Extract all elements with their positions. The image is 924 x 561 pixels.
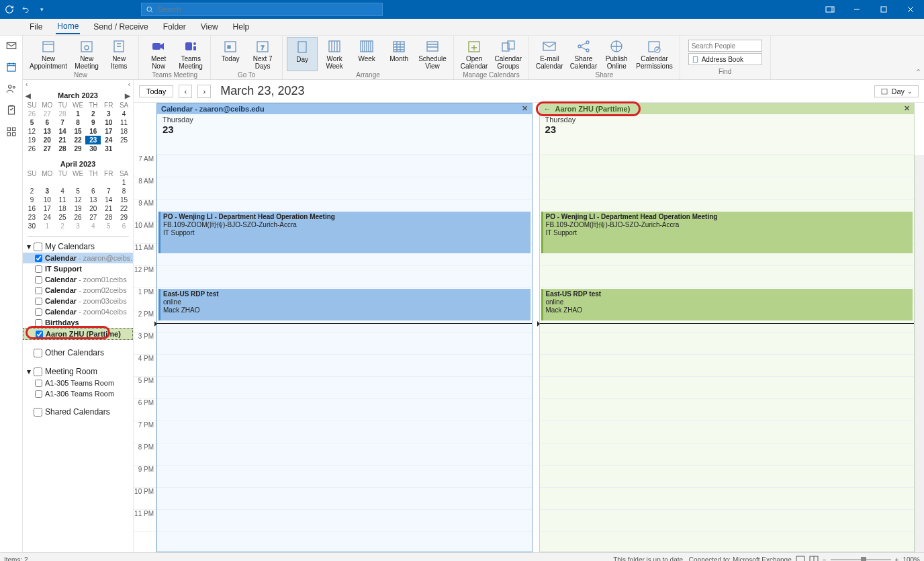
mini-day[interactable]: 30 (24, 222, 40, 230)
sync-icon[interactable] (4, 4, 15, 15)
group-other-calendars[interactable]: Other Calendars (23, 345, 133, 359)
mini-day[interactable]: 29 (116, 213, 132, 222)
mini-day[interactable]: 12 (71, 196, 86, 204)
mini-day[interactable]: 4 (55, 187, 71, 196)
publish-online-button[interactable]: Publish Online (601, 37, 632, 71)
mini-day[interactable]: 14 (55, 127, 71, 136)
mini-day[interactable] (116, 144, 132, 153)
mini-day[interactable]: 23 (85, 136, 101, 144)
month-button[interactable]: Month (383, 37, 414, 71)
collapse-left-icon[interactable]: ‹ (26, 81, 28, 88)
view-normal-icon[interactable] (796, 556, 805, 561)
mini-day[interactable]: 6 (40, 118, 55, 127)
mini-day[interactable]: 5 (71, 187, 86, 196)
tree-item[interactable]: Birthdays (23, 317, 133, 328)
mini-day[interactable]: 29 (71, 144, 86, 153)
mini-day[interactable]: 2 (55, 222, 71, 230)
address-book-button[interactable]: Address Book (688, 53, 762, 65)
mini-day[interactable]: 3 (101, 110, 116, 118)
mini-day[interactable]: 9 (85, 118, 101, 127)
mini-day[interactable]: 24 (101, 136, 116, 144)
mini-day[interactable]: 17 (101, 127, 116, 136)
mini-day[interactable]: 23 (24, 213, 40, 222)
mini-day[interactable]: 6 (116, 222, 132, 230)
mini-day[interactable] (101, 178, 116, 187)
group-my-calendars[interactable]: ▾My Calendars (23, 239, 133, 253)
tab-home[interactable]: Home (56, 19, 80, 34)
today-button[interactable]: Today (215, 37, 246, 71)
mini-day[interactable]: 25 (55, 213, 71, 222)
mini-day[interactable] (24, 178, 40, 187)
mini-day[interactable]: 17 (40, 204, 55, 213)
mini-day[interactable]: 11 (116, 118, 132, 127)
scrollbar[interactable] (915, 155, 924, 552)
maximize-icon[interactable] (870, 0, 897, 19)
share-calendar-button[interactable]: Share Calendar (567, 37, 600, 71)
mini-day[interactable]: 10 (101, 118, 116, 127)
close-col-icon[interactable]: ✕ (904, 104, 910, 113)
next-day-button[interactable]: › (197, 85, 211, 98)
mini-day[interactable]: 5 (24, 118, 40, 127)
search-input[interactable] (157, 5, 378, 13)
mini-day[interactable]: 30 (85, 144, 101, 153)
cal-column-primary[interactable]: PO - Wenjing LI - Department Head Operat… (156, 155, 533, 552)
mini-day[interactable]: 18 (55, 204, 71, 213)
group-shared-calendars[interactable]: Shared Calendars (23, 404, 133, 418)
mini-day[interactable]: 3 (71, 222, 86, 230)
mini-day[interactable]: 6 (85, 187, 101, 196)
mini-day[interactable]: 4 (85, 222, 101, 230)
zoom-in-icon[interactable]: + (895, 556, 899, 562)
new-meeting-button[interactable]: New Meeting (71, 37, 102, 71)
tree-item[interactable]: Calendar - zoom02ceibs (23, 285, 133, 296)
mini-day[interactable] (40, 178, 55, 187)
new-items-button[interactable]: New Items (103, 37, 134, 71)
mini-day[interactable]: 27 (40, 110, 55, 118)
mini-day[interactable]: 1 (40, 222, 55, 230)
tab-send-receive[interactable]: Send / Receive (92, 20, 149, 34)
today-nav-button[interactable]: Today (139, 85, 173, 97)
zoom-slider[interactable] (831, 559, 891, 560)
close-icon[interactable] (897, 0, 924, 19)
meet-now-button[interactable]: Meet Now (143, 37, 174, 71)
mini-day[interactable]: 25 (116, 136, 132, 144)
mini-day[interactable]: 31 (101, 144, 116, 153)
minimize-icon[interactable] (843, 0, 870, 19)
mini-day[interactable]: 18 (116, 127, 132, 136)
mini-day[interactable]: 2 (85, 110, 101, 118)
calendar-groups-button[interactable]: Calendar Groups (492, 37, 524, 71)
open-calendar-button[interactable]: Open Calendar (458, 37, 491, 71)
mini-day[interactable]: 1 (71, 110, 86, 118)
next-month-icon[interactable]: ▶ (125, 92, 130, 99)
mini-day[interactable]: 21 (55, 136, 71, 144)
mini-day[interactable]: 27 (85, 213, 101, 222)
view-reading-icon[interactable] (809, 556, 819, 561)
tree-item[interactable]: IT Support (23, 263, 133, 274)
mini-day[interactable]: 13 (85, 196, 101, 204)
mini-day[interactable]: 26 (71, 213, 86, 222)
rail-more-icon[interactable] (5, 126, 17, 138)
mini-day[interactable]: 26 (24, 110, 40, 118)
mini-day[interactable]: 27 (40, 144, 55, 153)
schedule-view-button[interactable]: Schedule View (416, 37, 449, 71)
calendar-event[interactable]: PO - Wenjing LI - Department Head Operat… (158, 212, 530, 253)
mini-day[interactable] (71, 178, 86, 187)
mini-day[interactable]: 28 (55, 110, 71, 118)
rail-tasks-icon[interactable] (5, 104, 17, 116)
calendar-event[interactable]: PO - Wenjing LI - Department Head Operat… (541, 212, 913, 253)
calendar-event[interactable]: East-US RDP testonlineMack ZHAO (541, 289, 913, 320)
mini-day[interactable]: 28 (55, 144, 71, 153)
prev-month-icon[interactable]: ◀ (26, 92, 31, 99)
tree-item[interactable]: Calendar - zaaron@ceibs.e... (23, 253, 133, 263)
mini-day[interactable]: 7 (101, 187, 116, 196)
mini-day[interactable]: 20 (40, 136, 55, 144)
mini-day[interactable]: 15 (71, 127, 86, 136)
tab-folder[interactable]: Folder (162, 20, 187, 34)
mini-day[interactable] (55, 178, 71, 187)
mini-day[interactable]: 21 (101, 204, 116, 213)
mini-day[interactable]: 28 (101, 213, 116, 222)
tree-item[interactable]: Aaron ZHU (Parttime) (23, 328, 133, 340)
tree-item[interactable]: Calendar - zoom01ceibs (23, 274, 133, 285)
mini-day[interactable]: 26 (24, 144, 40, 153)
calendar-event[interactable]: East-US RDP testonlineMack ZHAO (158, 289, 530, 320)
rail-people-icon[interactable] (5, 83, 17, 95)
